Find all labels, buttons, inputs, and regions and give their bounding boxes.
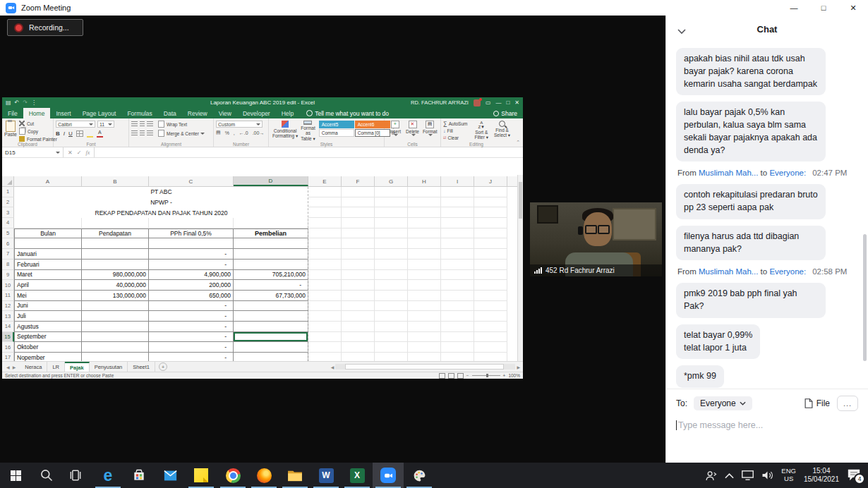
number-format-combo[interactable]: Custom xyxy=(216,121,263,128)
row-header-13[interactable]: 13 xyxy=(2,311,14,322)
undo-icon[interactable]: ↶ xyxy=(15,99,20,106)
column-header-f[interactable]: F xyxy=(342,176,375,186)
chat-message-bubble[interactable]: filenya harus ada ttd dibagian mananya p… xyxy=(676,226,826,261)
cell[interactable] xyxy=(308,291,342,301)
cell[interactable] xyxy=(14,218,82,228)
cell[interactable] xyxy=(342,280,375,291)
cell[interactable] xyxy=(408,342,441,353)
save-icon[interactable]: ▤ xyxy=(6,99,11,106)
cell[interactable] xyxy=(441,301,474,312)
cell[interactable] xyxy=(342,291,375,301)
autosum-button[interactable]: ∑AutoSum xyxy=(443,121,467,127)
cell-B13[interactable] xyxy=(82,311,149,322)
cell[interactable] xyxy=(375,291,408,301)
excel-tab-file[interactable]: File xyxy=(2,108,23,118)
taskbar-sticky-notes[interactable] xyxy=(186,463,217,488)
font-size-combo[interactable]: 11 xyxy=(97,121,114,128)
align-top-icon[interactable] xyxy=(131,121,138,127)
column-header-d[interactable]: D xyxy=(234,176,308,186)
cell[interactable] xyxy=(474,187,507,197)
excel-tab-developer[interactable]: Developer xyxy=(237,108,276,118)
cell-D13[interactable] xyxy=(234,311,308,322)
column-header-c[interactable]: C xyxy=(149,176,234,186)
row-header-4[interactable]: 4 xyxy=(2,218,14,228)
cell[interactable] xyxy=(308,322,342,332)
comma-style-icon[interactable]: , xyxy=(234,130,235,135)
cell[interactable] xyxy=(408,207,441,218)
fx-icon[interactable]: fx xyxy=(85,150,90,156)
chat-message-bubble[interactable]: contoh rekapitulasi predaran bruto pp 23… xyxy=(676,184,826,219)
cell[interactable] xyxy=(375,207,408,218)
cell[interactable] xyxy=(474,238,507,249)
row-header-6[interactable]: 6 xyxy=(2,238,14,249)
chat-message-bubble[interactable]: pmk9 2019 bab pph final yah Pak? xyxy=(676,283,826,318)
cell-D11[interactable]: 67,730,000 xyxy=(234,291,308,301)
table-header-pendapatan[interactable]: Pendapatan xyxy=(82,228,149,239)
meta-sender[interactable]: Muslimah Mah... xyxy=(699,267,758,276)
cell[interactable] xyxy=(441,291,474,301)
cell-C9[interactable]: 4,900,000 xyxy=(149,270,234,281)
column-header-a[interactable]: A xyxy=(14,176,82,186)
cell[interactable] xyxy=(408,260,441,270)
cell[interactable] xyxy=(342,301,375,312)
collapse-ribbon-icon[interactable]: ⌃ xyxy=(516,140,523,147)
cell[interactable] xyxy=(375,238,408,249)
row-header-2[interactable]: 2 xyxy=(2,197,14,208)
cell[interactable] xyxy=(342,187,375,197)
taskbar-mail[interactable] xyxy=(155,463,186,488)
cell[interactable] xyxy=(441,332,474,343)
format-painter-button[interactable]: Format Painter xyxy=(19,136,57,142)
cell-B10[interactable]: 40,000,000 xyxy=(82,280,149,291)
format-as-table-button[interactable]: Format as Table ▾ xyxy=(299,121,317,141)
cell[interactable] xyxy=(408,218,441,228)
row-header-10[interactable]: 10 xyxy=(2,280,14,291)
cell[interactable] xyxy=(441,187,474,197)
network-display-icon[interactable] xyxy=(742,470,754,480)
taskbar-task-view[interactable] xyxy=(60,463,91,488)
row-header-11[interactable]: 11 xyxy=(2,291,14,301)
cell[interactable] xyxy=(441,270,474,281)
bold-button[interactable]: B xyxy=(56,130,60,137)
cell[interactable] xyxy=(308,342,342,353)
cell-A6[interactable] xyxy=(14,238,82,249)
font-color-button[interactable]: A xyxy=(97,130,103,138)
cell-style-accent5[interactable]: Accent5 xyxy=(319,121,354,128)
cut-button[interactable]: Cut xyxy=(19,121,57,126)
cell-D12[interactable] xyxy=(234,301,308,312)
cell[interactable] xyxy=(342,228,375,239)
copy-button[interactable]: Copy xyxy=(19,128,57,135)
cell-B12[interactable] xyxy=(82,301,149,312)
taskbar-word[interactable]: W xyxy=(311,463,342,488)
new-sheet-button[interactable]: + xyxy=(159,362,167,371)
cell-B8[interactable] xyxy=(82,260,149,270)
cell[interactable] xyxy=(441,260,474,270)
cell-D6[interactable] xyxy=(234,238,308,249)
chat-scrollbar-thumb[interactable] xyxy=(863,234,867,361)
insert-cells-button[interactable]: +Insert xyxy=(387,121,404,141)
cell-A9[interactable]: Maret xyxy=(14,270,82,281)
row-header-5[interactable]: 5 xyxy=(2,228,14,239)
cell[interactable] xyxy=(474,218,507,228)
horizontal-scrollbar-thumb[interactable] xyxy=(345,364,504,370)
format-cells-button[interactable]: ▤Format xyxy=(421,121,438,141)
taskbar-store[interactable] xyxy=(123,463,155,488)
row-header-16[interactable]: 16 xyxy=(2,342,14,353)
cell-A10[interactable]: April xyxy=(14,280,82,291)
cell[interactable] xyxy=(342,322,375,332)
percent-style-icon[interactable]: % xyxy=(225,130,229,135)
cell[interactable] xyxy=(408,228,441,239)
cell-C8[interactable]: - xyxy=(149,260,234,270)
ribbon-options-icon[interactable]: ▭ xyxy=(486,99,491,106)
cell-D7[interactable] xyxy=(234,249,308,260)
cell[interactable] xyxy=(375,260,408,270)
taskbar-zoom[interactable] xyxy=(373,463,404,488)
spreadsheet-grid[interactable]: 1PT ABC2NPWP -3REKAP PENDAPATAN DAN PAJA… xyxy=(2,187,523,363)
row-header-14[interactable]: 14 xyxy=(2,322,14,332)
excel-tab-data[interactable]: Data xyxy=(158,108,182,118)
cell-B14[interactable] xyxy=(82,322,149,332)
column-header-j[interactable]: J xyxy=(474,176,507,186)
cell[interactable] xyxy=(375,218,408,228)
chat-messages[interactable]: apakah bias nihil atau tdk usah bayar pa… xyxy=(666,44,862,388)
cell[interactable] xyxy=(342,218,375,228)
table-header-bulan[interactable]: Bulan xyxy=(14,228,82,239)
